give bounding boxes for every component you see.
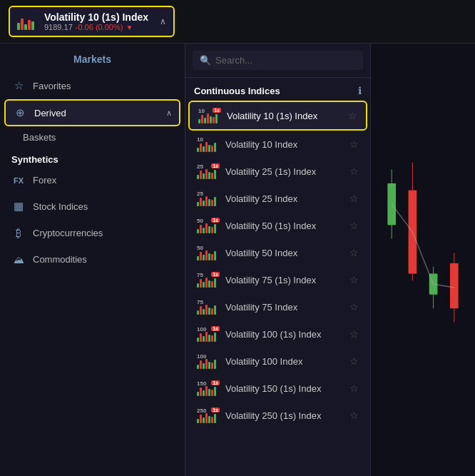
main-layout: Markets ☆ Favorites ⊕ Derived ∧ Baskets … — [0, 44, 475, 476]
info-icon[interactable]: ℹ — [358, 85, 362, 96]
market-item-vol150-1s[interactable]: 1501sVolatility 150 (1s) Index☆ — [188, 375, 367, 402]
chevron-up-icon: ∧ — [166, 108, 172, 118]
market-item-name-vol25-1s: Volatility 25 (1s) Index — [225, 166, 344, 177]
badge-1s: 1s — [211, 326, 220, 331]
search-icon: 🔍 — [200, 55, 211, 66]
market-item-name-vol150-1s: Volatility 150 (1s) Index — [225, 383, 344, 394]
sidebar-label-commodities: Commodities — [33, 254, 173, 265]
favorite-star-vol100[interactable]: ☆ — [349, 355, 359, 367]
market-item-icon-vol75: 75 — [197, 299, 220, 315]
favorite-star-vol50[interactable]: ☆ — [349, 247, 359, 258]
market-item-vol25-1s[interactable]: 251sVolatility 25 (1s) Index☆ — [188, 158, 367, 185]
market-item-vol25[interactable]: 25Volatility 25 Index☆ — [188, 185, 367, 212]
market-item-icon-vol100-1s: 1001s — [197, 326, 220, 342]
instrument-chart-icon — [17, 13, 39, 30]
sidebar-label-stock-indices: Stock Indices — [33, 201, 173, 212]
market-item-icon-vol100: 100 — [197, 353, 220, 369]
market-item-vol75[interactable]: 75Volatility 75 Index☆ — [188, 293, 367, 320]
market-item-name-vol50-1s: Volatility 50 (1s) Index — [225, 221, 344, 231]
favorite-star-vol10-1s[interactable]: ☆ — [348, 110, 357, 121]
market-item-icon-vol25: 25 — [197, 191, 220, 206]
badge-1s: 1s — [213, 108, 221, 113]
favorite-star-vol50-1s[interactable]: ☆ — [349, 220, 359, 231]
instrument-price: 9189.17 -0.06 (0.00%) ▼ — [44, 23, 148, 31]
market-item-name-vol250-1s: Volatility 250 (1s) Index — [225, 410, 344, 421]
badge-1s: 1s — [211, 272, 220, 277]
sidebar-label-cryptocurrencies: Cryptocurrencies — [33, 228, 173, 238]
sidebar-label-baskets: Baskets — [23, 132, 56, 143]
favorite-star-vol25[interactable]: ☆ — [349, 193, 359, 204]
sidebar-item-stock-indices[interactable]: ▦ Stock Indices — [0, 193, 185, 220]
market-item-vol100[interactable]: 100Volatility 100 Index☆ — [188, 348, 367, 375]
sidebar-item-commodities[interactable]: ⛰ Commodities — [0, 246, 185, 273]
sidebar-label-derived: Derived — [34, 108, 159, 118]
market-item-name-vol10: Volatility 10 Index — [225, 139, 344, 150]
market-item-name-vol100: Volatility 100 Index — [225, 356, 344, 367]
favorite-star-vol100-1s[interactable]: ☆ — [349, 328, 359, 340]
svg-rect-1 — [387, 183, 396, 225]
section-title: Continuous Indices — [194, 86, 280, 96]
market-item-name-vol10-1s: Volatility 10 (1s) Index — [227, 111, 342, 121]
market-item-icon-vol75-1s: 751s — [197, 272, 220, 288]
market-item-icon-vol10: 10 — [197, 136, 220, 152]
favorite-star-vol25-1s[interactable]: ☆ — [349, 166, 359, 177]
market-item-icon-vol10-1s: 101s — [198, 108, 221, 123]
market-item-vol50[interactable]: 50Volatility 50 Index☆ — [188, 239, 367, 266]
market-item-icon-vol50-1s: 501s — [197, 218, 220, 233]
market-item-icon-vol250-1s: 2501s — [197, 407, 220, 423]
candlestick-chart — [371, 44, 475, 476]
search-input[interactable] — [215, 55, 356, 66]
middle-panel: 🔍 Continuous Indices ℹ 101sVolatility 10… — [185, 44, 371, 476]
sidebar-label-forex: Forex — [33, 175, 173, 186]
commodities-icon: ⛰ — [11, 253, 26, 265]
stock-indices-icon: ▦ — [11, 200, 26, 213]
price-value: 9189.17 — [44, 23, 73, 31]
crypto-icon: ₿ — [11, 227, 26, 239]
selected-instrument[interactable]: Volatility 10 (1s) Index 9189.17 -0.06 (… — [9, 6, 175, 37]
market-item-vol250-1s[interactable]: 2501sVolatility 250 (1s) Index☆ — [188, 402, 367, 429]
sidebar-item-cryptocurrencies[interactable]: ₿ Cryptocurrencies — [0, 220, 185, 246]
sidebar-item-forex[interactable]: FX Forex — [0, 168, 185, 193]
market-item-name-vol75-1s: Volatility 75 (1s) Index — [225, 275, 344, 285]
sidebar: Markets ☆ Favorites ⊕ Derived ∧ Baskets … — [0, 44, 185, 476]
market-item-vol100-1s[interactable]: 1001sVolatility 100 (1s) Index☆ — [188, 320, 367, 348]
globe-icon: ⊕ — [13, 106, 27, 119]
top-bar: Volatility 10 (1s) Index 9189.17 -0.06 (… — [0, 0, 475, 44]
badge-1s: 1s — [211, 380, 220, 385]
market-item-name-vol75: Volatility 75 Index — [225, 302, 344, 313]
favorite-star-vol150-1s[interactable]: ☆ — [349, 383, 359, 394]
market-item-name-vol100-1s: Volatility 100 (1s) Index — [225, 329, 344, 340]
market-item-icon-vol50: 50 — [197, 245, 220, 260]
market-item-vol50-1s[interactable]: 501sVolatility 50 (1s) Index☆ — [188, 212, 367, 239]
market-item-name-vol25: Volatility 25 Index — [225, 193, 344, 204]
section-header-continuous-indices: Continuous Indices ℹ — [185, 78, 370, 101]
search-bar: 🔍 — [185, 44, 370, 78]
price-change: -0.06 (0.00%) — [76, 23, 123, 31]
svg-rect-7 — [450, 263, 459, 308]
instrument-name: Volatility 10 (1s) Index — [44, 11, 148, 23]
sidebar-item-favorites[interactable]: ☆ Favorites — [0, 72, 185, 99]
sidebar-section-synthetics: Synthetics — [0, 148, 185, 168]
favorite-star-vol10[interactable]: ☆ — [349, 138, 359, 150]
down-arrow-icon: ▼ — [126, 24, 133, 31]
market-item-vol10-1s[interactable]: 101sVolatility 10 (1s) Index☆ — [188, 101, 367, 131]
market-item-icon-vol25-1s: 251s — [197, 163, 220, 179]
market-item-vol75-1s[interactable]: 751sVolatility 75 (1s) Index☆ — [188, 266, 367, 293]
market-items-list: 101sVolatility 10 (1s) Index☆10Volatilit… — [185, 101, 370, 429]
dropdown-chevron-icon: ∧ — [160, 16, 166, 26]
favorite-star-vol75-1s[interactable]: ☆ — [349, 274, 359, 285]
market-item-vol10[interactable]: 10Volatility 10 Index☆ — [188, 131, 367, 158]
star-icon: ☆ — [11, 79, 26, 92]
sidebar-label-favorites: Favorites — [33, 81, 173, 91]
favorite-star-vol250-1s[interactable]: ☆ — [349, 410, 359, 421]
badge-1s: 1s — [211, 163, 220, 168]
favorite-star-vol75[interactable]: ☆ — [349, 301, 359, 313]
forex-icon: FX — [11, 176, 26, 185]
badge-1s: 1s — [211, 218, 220, 223]
sidebar-item-derived[interactable]: ⊕ Derived ∧ — [4, 99, 180, 126]
sidebar-item-baskets[interactable]: Baskets — [0, 126, 185, 148]
badge-1s: 1s — [211, 407, 220, 412]
search-input-wrap[interactable]: 🔍 — [193, 51, 363, 70]
chart-panel — [371, 44, 475, 476]
instrument-info: Volatility 10 (1s) Index 9189.17 -0.06 (… — [44, 11, 148, 31]
